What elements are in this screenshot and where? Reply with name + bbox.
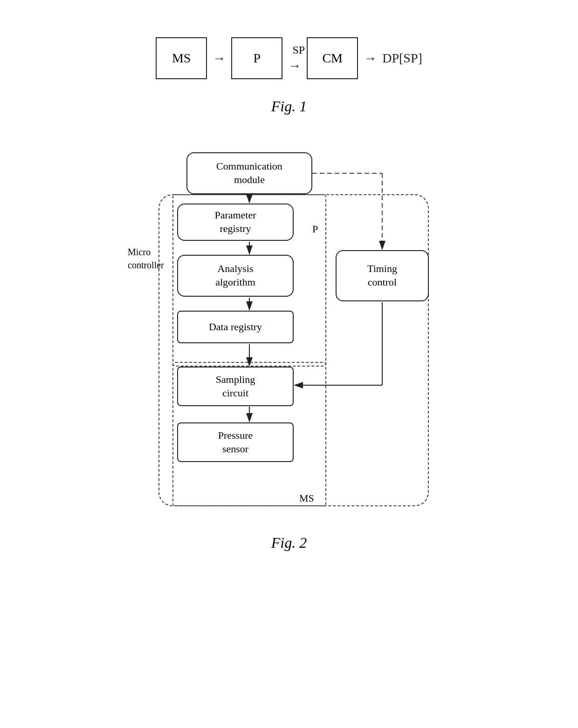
analysis-algo-box: Analysisalgorithm [177,255,294,297]
pressure-sensor-text: Pressuresensor [218,429,253,456]
fig1-caption: Fig. 1 [271,98,307,115]
parameter-registry-box: Parameterregistry [177,204,294,241]
output-label: DP[SP] [382,51,422,66]
param-registry-text: Parameterregistry [214,209,256,235]
ms-to-p-arrow: → [213,51,226,66]
ms-diagram-label: MS [299,492,314,504]
data-registry-box: Data registry [177,311,294,343]
cm-to-output-arrow: → [364,51,377,66]
comm-module-text: Communicationmodule [216,160,282,186]
p-label: P [253,51,261,66]
sp-arrow-group: SP → [282,44,307,73]
p-box: P [231,37,282,79]
page: MS → P SP → CM → DP[SP] Fig. 1 [0,0,578,728]
sp-label: SP [293,44,305,56]
communication-module-box: Communicationmodule [186,152,312,194]
ms-box: MS [156,37,207,79]
fig2-caption: Fig. 2 [271,534,307,551]
p-diagram-label: P [312,223,318,235]
p-to-cm-arrow: → [288,58,301,73]
timing-control-text: Timingcontrol [367,262,397,289]
cm-box: CM [307,37,358,79]
ms-label: MS [172,51,191,66]
sampling-circuit-box: Samplingcircuit [177,367,294,406]
sampling-circuit-text: Samplingcircuit [216,373,255,400]
data-registry-text: Data registry [209,320,262,334]
timing-control-box: Timingcontrol [336,250,429,301]
fig1-diagram: MS → P SP → CM → DP[SP] [156,37,422,79]
fig1-container: MS → P SP → CM → DP[SP] Fig. 1 [37,37,541,115]
fig2-container: Communicationmodule Parameterregistry An… [37,143,541,551]
micro-controller-label: Microcontroller [128,245,164,272]
analysis-algo-text: Analysisalgorithm [215,262,255,289]
fig2-diagram: Communicationmodule Parameterregistry An… [126,143,452,525]
pressure-sensor-box: Pressuresensor [177,422,294,462]
cm-label: CM [322,51,343,66]
